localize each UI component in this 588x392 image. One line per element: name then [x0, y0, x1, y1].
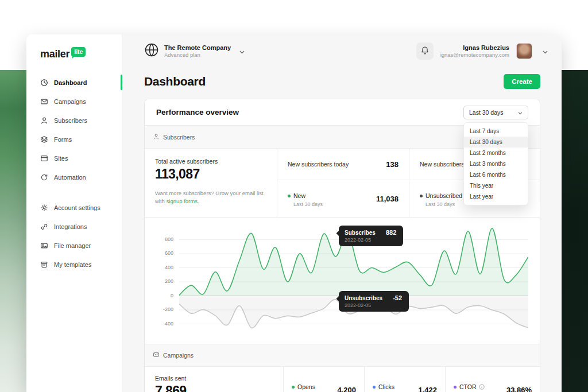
y-axis-tick-label: 800	[165, 236, 173, 242]
tooltip-value: 882	[386, 229, 396, 236]
sidebar-item-file-manager[interactable]: File manager	[26, 236, 122, 255]
performance-overview-panel: Performance overview Last 30 days Last 7…	[144, 99, 540, 392]
date-range-option-last-7-days[interactable]: Last 7 days	[464, 126, 528, 137]
mailerlite-logo[interactable]: mailer lite	[40, 48, 86, 60]
sidebar-item-integrations[interactable]: Integrations	[26, 217, 122, 236]
chevron-down-icon	[543, 46, 548, 56]
opens-value: 4,200	[337, 386, 356, 392]
date-range-option-last-year[interactable]: Last year	[464, 191, 528, 202]
layers-icon	[40, 135, 48, 143]
total-subscribers-cell: Total active subscribers 113,087 Want mo…	[145, 149, 277, 217]
y-axis-tick-label: 600	[165, 250, 173, 256]
sidebar-item-my-templates[interactable]: My templates	[26, 255, 122, 274]
app-window: mailer lite DashboardCampaignsSubscriber…	[26, 34, 562, 392]
ctor-value: 33.86%	[506, 386, 532, 392]
company-name: The Remote Company	[164, 44, 231, 51]
new-today-label: New subscribers today	[288, 161, 349, 168]
chevron-down-icon	[239, 46, 245, 56]
tooltip-series-label: Unsubscribes	[345, 295, 382, 301]
sidebar-item-label: File manager	[54, 242, 91, 249]
emails-sent-value: 7,869	[155, 383, 273, 392]
refresh-icon	[40, 173, 48, 181]
notifications-button[interactable]	[416, 42, 434, 60]
total-subscribers-label: Total active subscribers	[155, 158, 266, 165]
sidebar-item-subscribers[interactable]: Subscribers	[26, 111, 122, 130]
chart-y-axis: 8006004002000-200-400	[156, 224, 179, 339]
company-globe-icon	[144, 42, 159, 60]
user-menu[interactable]: Ignas Rubezius ignas@remotecompany.com	[440, 44, 509, 58]
create-button[interactable]: Create	[504, 74, 540, 89]
new-subscribers-cell: New subscribers today 138 New Last 30 da…	[277, 149, 409, 217]
gear-icon	[40, 204, 48, 212]
date-range-value: Last 30 days	[469, 109, 504, 116]
logo-wordmark: mailer	[40, 48, 69, 60]
sidebar-item-label: Integrations	[54, 223, 87, 230]
signup-forms-link[interactable]: signup forms.	[167, 198, 199, 204]
date-range-option-last-30-days[interactable]: Last 30 days	[464, 137, 528, 148]
green-dot-icon	[288, 195, 291, 197]
topbar: The Remote Company Advanced plan Ignas	[122, 34, 562, 68]
clock-icon	[40, 79, 48, 87]
info-icon[interactable]	[479, 384, 485, 390]
subscribers-chart[interactable]: Subscribes 882 2022-02-05 Unsubscribes -…	[179, 224, 528, 339]
envelope-icon	[153, 350, 160, 360]
sidebar-item-label: My templates	[54, 261, 91, 268]
y-axis-tick-label: 0	[171, 293, 173, 298]
image-icon	[40, 242, 48, 250]
sidebar-item-sites[interactable]: Sites	[26, 149, 122, 168]
company-plan: Advanced plan	[164, 52, 231, 58]
y-axis-tick-label: 400	[165, 265, 173, 270]
gray-dot-icon	[420, 195, 423, 197]
user-email: ignas@remotecompany.com	[440, 52, 509, 58]
clicks-value: 1,422	[418, 386, 437, 392]
envelope-icon	[40, 98, 48, 106]
new-metric-period: Last 30 days	[293, 201, 323, 207]
sidebar-item-dashboard[interactable]: Dashboard	[26, 73, 122, 92]
subscribers-section-label: Subscribers	[163, 134, 195, 141]
new-metric-label: New	[293, 192, 305, 199]
subscribes-tooltip: Subscribes 882 2022-02-05	[339, 226, 403, 246]
sidebar-item-forms[interactable]: Forms	[26, 130, 122, 149]
unsubscribes-tooltip: Unsubscribes -52 2022-02-05	[339, 291, 409, 312]
date-range-select[interactable]: Last 30 days	[463, 106, 528, 119]
archive-icon	[40, 261, 48, 269]
opens-dot-icon	[292, 386, 295, 389]
sidebar-item-automation[interactable]: Automation	[26, 168, 122, 187]
date-range-option-this-year[interactable]: This year	[464, 180, 528, 191]
unsubscribed-metric-label: Unsubscribed	[425, 192, 462, 199]
logo-lite-badge: lite	[71, 47, 86, 57]
person-icon	[40, 117, 48, 125]
sidebar: mailer lite DashboardCampaignsSubscriber…	[26, 34, 122, 392]
sidebar-item-label: Sites	[54, 155, 68, 162]
user-name: Ignas Rubezius	[440, 44, 509, 51]
unsubscribed-metric-period: Last 30 days	[425, 201, 462, 207]
new-today-value: 138	[386, 160, 399, 169]
sidebar-item-label: Campaigns	[54, 98, 86, 105]
emails-sent-label: Emails sent	[155, 375, 273, 382]
panel-title: Performance overview	[156, 108, 239, 117]
ctor-stat-cell: CTORLast 30 days33.86%	[446, 367, 540, 392]
browser-icon	[40, 154, 48, 162]
person-icon	[153, 132, 160, 142]
chevron-down-icon	[518, 109, 523, 116]
date-range-option-last-6-months[interactable]: Last 6 months	[464, 169, 528, 180]
date-range-option-last-3-months[interactable]: Last 3 months	[464, 158, 528, 169]
sidebar-item-label: Subscribers	[54, 117, 87, 124]
total-subscribers-value: 113,087	[155, 166, 266, 182]
bell-icon	[421, 46, 429, 57]
tooltip-value: -52	[393, 294, 402, 301]
opens-stat-cell: OpensLast 30 days4,200	[284, 367, 365, 392]
user-avatar[interactable]	[516, 43, 532, 59]
main-area: The Remote Company Advanced plan Ignas	[122, 34, 562, 392]
date-range-option-last-2-months[interactable]: Last 2 months	[464, 148, 528, 158]
page-title: Dashboard	[144, 75, 206, 88]
page-header: Dashboard Create	[122, 68, 562, 95]
left-decoration-band	[0, 70, 26, 392]
clicks-stat-cell: ClicksLast 30 days1,422	[365, 367, 446, 392]
sidebar-item-campaigns[interactable]: Campaigns	[26, 92, 122, 111]
sidebar-item-account-settings[interactable]: Account settings	[26, 198, 122, 217]
company-switcher[interactable]: The Remote Company Advanced plan	[144, 42, 245, 60]
date-range-dropdown: Last 7 daysLast 30 daysLast 2 monthsLast…	[463, 122, 528, 205]
new-metric-value: 11,038	[376, 195, 399, 203]
campaigns-section-header: Campaigns	[145, 344, 540, 367]
